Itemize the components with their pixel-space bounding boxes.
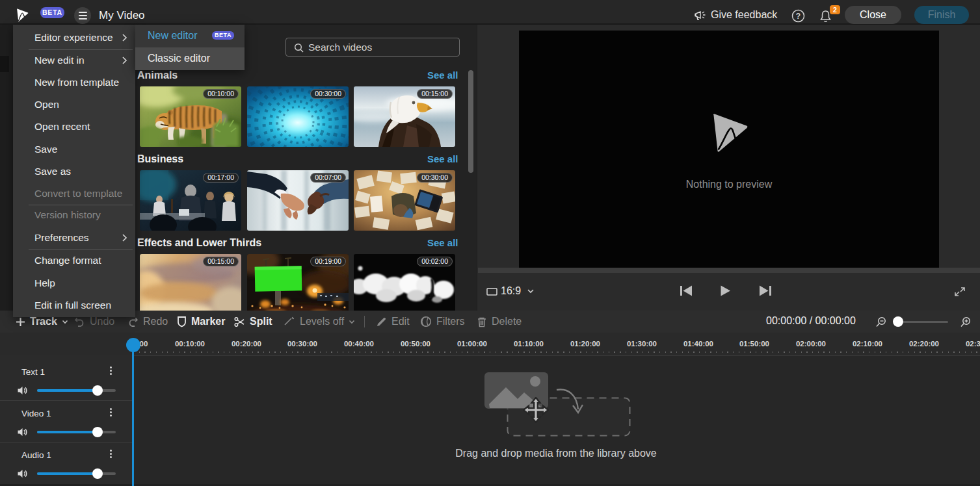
svg-text:?: ? [796, 12, 801, 21]
